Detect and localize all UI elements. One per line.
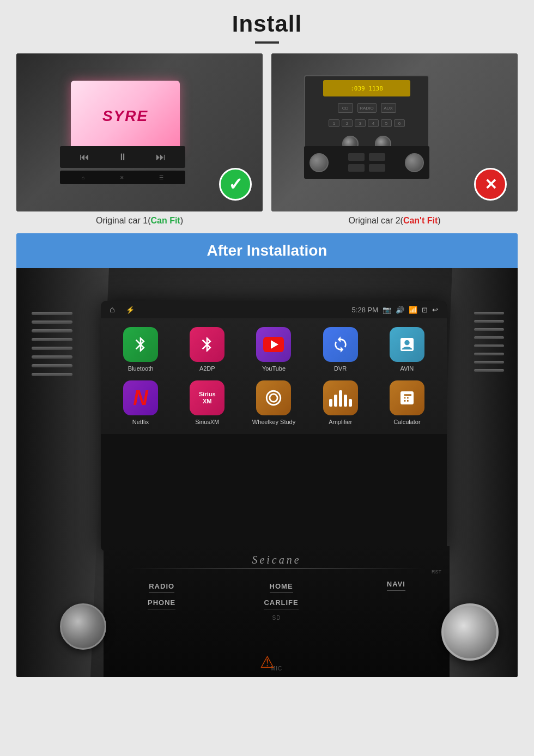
car1-item: SYRE ⏮ ⏸ ⏭ ⌂ ✕ ☰ Ori	[16, 53, 263, 226]
control-col-2: HOME CARLIFE	[264, 582, 298, 610]
app-item-dvr[interactable]: DVR	[312, 327, 369, 372]
install-comparison: SYRE ⏮ ⏸ ⏭ ⌂ ✕ ☰ Ori	[16, 53, 518, 226]
back-icon[interactable]: ↩	[432, 306, 438, 314]
youtube-icon	[256, 327, 291, 362]
left-knob[interactable]	[60, 603, 106, 650]
siriusxm-icon: SiriusXM	[190, 380, 224, 415]
vent-slats-right	[474, 312, 504, 372]
wifi-icon: ⚡	[126, 306, 135, 314]
ctrl-underline-navi	[387, 590, 405, 591]
rst-label: RST	[432, 569, 441, 574]
main-screen: ⌂ ⚡ 5:28 PM 📷 🔊 📶 ⊡ ↩	[101, 301, 447, 552]
camera-icon: 📷	[383, 306, 391, 314]
amp-bar-2	[334, 395, 337, 407]
app-item-siriusxm[interactable]: SiriusXM SiriusXM	[178, 380, 236, 425]
old-radio: :039 1138 CD RADIO AUX 1 2 3 4 5 6	[304, 75, 429, 157]
check-badge	[219, 168, 252, 201]
sirius-logo-text: SiriusXM	[199, 391, 216, 405]
title-divider	[255, 41, 279, 44]
seicane-brand: Seicane	[252, 554, 301, 566]
car2-interior: :039 1138 CD RADIO AUX 1 2 3 4 5 6	[271, 53, 518, 211]
navi-btn-group[interactable]: NAVI	[387, 580, 405, 592]
vent-slat	[32, 312, 72, 315]
after-install-banner: After Installation	[16, 233, 518, 268]
car1-interior: SYRE ⏮ ⏸ ⏭ ⌂ ✕ ☰	[16, 53, 263, 211]
app-item-avin[interactable]: AVIN	[378, 327, 436, 372]
radio-display: :039 1138	[323, 80, 410, 96]
vent-slat	[32, 320, 72, 324]
phone-btn-group[interactable]: PHONE	[148, 598, 175, 610]
status-bar: ⌂ ⚡ 5:28 PM 📷 🔊 📶 ⊡ ↩	[101, 301, 447, 318]
app-item-bluetooth[interactable]: Bluetooth	[112, 327, 169, 372]
right-knob[interactable]	[441, 603, 499, 661]
vent-slats-left	[32, 312, 72, 376]
ctrl-underline-radio	[149, 592, 174, 593]
car1-image: SYRE ⏮ ⏸ ⏭ ⌂ ✕ ☰	[16, 53, 263, 211]
youtube-label: YouTube	[262, 365, 286, 372]
amplifier-icon	[323, 380, 358, 415]
vent-slat-right	[474, 312, 504, 315]
controls-area: RADIO PHONE HOME CARLIFE	[104, 580, 450, 613]
carlife-label: CARLIFE	[264, 598, 298, 607]
amp-bar-4	[344, 395, 347, 407]
calculator-icon	[390, 380, 424, 415]
volume-icon: 🔊	[396, 306, 404, 314]
app-item-calculator[interactable]: Calculator	[378, 380, 436, 425]
app-item-a2dp[interactable]: A2DP	[178, 327, 236, 372]
dvr-icon	[323, 327, 358, 362]
control-col-1: RADIO PHONE	[148, 582, 175, 610]
brand-underline	[130, 568, 424, 569]
bluetooth-label: Bluetooth	[128, 365, 153, 372]
car1-label: Original car 1(Can Fit)	[16, 216, 263, 226]
status-left: ⌂ ⚡	[110, 305, 135, 315]
car1-status: Can Fit	[150, 216, 180, 225]
netflix-icon: N	[123, 380, 158, 415]
time-display: 5:28 PM	[352, 306, 378, 314]
amp-bars	[329, 389, 352, 407]
amp-bar-5	[349, 399, 352, 407]
wheelkey-icon	[256, 380, 291, 415]
control-col-3: NAVI	[387, 580, 405, 613]
car2-image: :039 1138 CD RADIO AUX 1 2 3 4 5 6	[271, 53, 518, 211]
vent-slat-right	[474, 353, 504, 355]
avin-icon	[390, 327, 424, 362]
window-icon: ⊡	[422, 306, 428, 314]
ctrl-underline-home	[270, 592, 293, 593]
signal-icon: 📶	[409, 306, 417, 314]
car1-screen: SYRE	[71, 81, 180, 152]
amp-bar-3	[339, 390, 342, 407]
vent-slat-right	[474, 361, 504, 364]
home-icon[interactable]: ⌂	[110, 305, 115, 315]
home-btn-group[interactable]: HOME	[270, 582, 293, 594]
radio-label: RADIO	[149, 582, 174, 590]
carlife-btn-group[interactable]: CARLIFE	[264, 598, 298, 610]
page-container: Install SYRE ⏮ ⏸ ⏭	[0, 0, 534, 693]
netflix-n: N	[133, 386, 148, 410]
center-controls: Seicane RST RADIO PHONE HOME	[104, 546, 450, 677]
ctrl-underline-carlife	[264, 609, 298, 609]
vent-slat-right	[474, 369, 504, 372]
netflix-label: Netflix	[132, 419, 149, 425]
app-item-netflix[interactable]: N Netflix	[112, 380, 169, 425]
vent-slat-right	[474, 320, 504, 323]
vent-slat	[32, 329, 72, 332]
status-right: 5:28 PM 📷 🔊 📶 ⊡ ↩	[352, 306, 438, 314]
vent-slat	[32, 364, 72, 367]
radio-btn-group[interactable]: RADIO	[149, 582, 174, 594]
app-item-youtube[interactable]: YouTube	[245, 327, 302, 372]
amp-bar-1	[329, 399, 332, 407]
car2-status: Can't Fit	[403, 216, 438, 225]
home-label: HOME	[270, 582, 293, 590]
vent-slat	[32, 347, 72, 350]
title-section: Install	[16, 11, 518, 44]
amplifier-label: Amplifier	[329, 419, 352, 425]
app-grid: Bluetooth A2DP	[101, 318, 447, 434]
calculator-label: Calculator	[393, 419, 421, 425]
a2dp-label: A2DP	[199, 365, 215, 372]
app-item-amplifier[interactable]: Amplifier	[312, 380, 369, 425]
a2dp-icon	[190, 327, 224, 362]
vent-slat	[32, 338, 72, 341]
app-item-wheelkey[interactable]: Wheelkey Study	[245, 380, 302, 425]
warning-triangle-icon: ⚠	[260, 653, 275, 671]
dvr-label: DVR	[334, 365, 347, 372]
